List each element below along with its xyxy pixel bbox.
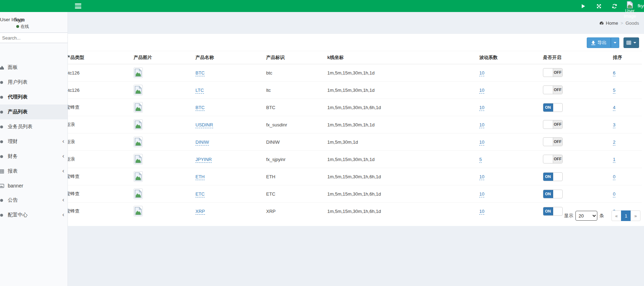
enable-toggle[interactable]: ON bbox=[543, 207, 563, 216]
sidebar-item-finance[interactable]: 理财‹ bbox=[0, 134, 68, 149]
enable-toggle[interactable]: OFF bbox=[543, 155, 563, 163]
kline-cell: 1m,5m,15m,30m,1h,6h,1d bbox=[324, 168, 476, 185]
product-name-link[interactable]: BTC bbox=[195, 70, 205, 76]
enable-toggle[interactable]: ON bbox=[543, 190, 563, 198]
enable-toggle[interactable]: OFF bbox=[543, 85, 563, 94]
sidebar-item-banner[interactable]: banner bbox=[0, 179, 68, 193]
table-row: btc126BTCbtc1m,5m,15m,30m,1h,1d10OFF6 bbox=[63, 64, 642, 82]
sort-link[interactable]: 5 bbox=[613, 88, 615, 94]
agents-icon bbox=[0, 95, 6, 100]
kline-cell: 1m,5m,15m,30m,1h,1d bbox=[324, 64, 476, 82]
product-code-cell: XRP bbox=[263, 203, 324, 220]
coefficient-link[interactable]: 10 bbox=[479, 105, 484, 111]
sidebar-item-accounting[interactable]: 财务‹ bbox=[0, 149, 68, 164]
table-row: 新浪JPYINRfx_sjpyinr1m,5m,15m,30m,1h,1d5OF… bbox=[63, 151, 642, 168]
sidebar-item-agents[interactable]: 代理列表 bbox=[0, 90, 68, 105]
user-avatar[interactable]: User Image bbox=[622, 0, 638, 19]
enable-toggle[interactable]: OFF bbox=[543, 68, 563, 77]
enable-toggle[interactable]: ON bbox=[543, 172, 563, 181]
product-name-link[interactable]: XRP bbox=[195, 209, 205, 215]
sidebar-item-label: 业务员列表 bbox=[8, 124, 33, 130]
breadcrumb-home-link[interactable]: Home bbox=[599, 20, 618, 26]
kline-cell: 1m,5m,15m,30m,1h,6h,1d bbox=[324, 185, 476, 203]
sidebar-username: fkym bbox=[14, 17, 25, 23]
coefficient-link[interactable]: 10 bbox=[479, 209, 484, 215]
enabled-cell: ON bbox=[540, 99, 610, 116]
sort-link[interactable]: 0 bbox=[613, 174, 615, 180]
chevron-left-icon: ‹ bbox=[62, 211, 64, 218]
product-name-link[interactable]: LTC bbox=[195, 88, 204, 94]
product-type-cell: 蜜蜂查 bbox=[63, 168, 131, 185]
refresh-icon bbox=[612, 4, 617, 9]
product-name-link[interactable]: JPYINR bbox=[195, 157, 212, 163]
coefficient-link[interactable]: 5 bbox=[479, 157, 482, 163]
sidebar-item-settings[interactable]: 配置中心‹ bbox=[0, 208, 68, 222]
broken-image-icon bbox=[135, 138, 142, 146]
sort-link[interactable]: 1 bbox=[613, 157, 615, 163]
sort-link[interactable]: 6 bbox=[613, 70, 615, 76]
table-row: 蜜蜂查ETHETH1m,5m,15m,30m,1h,6h,1d10ON0 bbox=[63, 168, 642, 185]
sidebar-item-users[interactable]: 用户列表 bbox=[0, 75, 68, 90]
enable-toggle[interactable]: ON bbox=[543, 103, 563, 112]
kline-cell: 1m,5m,15m,30m,1h,6h,1d bbox=[324, 203, 476, 220]
broken-image-icon bbox=[135, 155, 142, 163]
kline-cell: 1m,5m,15m,30m,1h,6h,1d bbox=[324, 99, 476, 116]
export-button[interactable]: 导出 bbox=[587, 37, 611, 48]
enable-toggle[interactable]: OFF bbox=[543, 120, 563, 129]
product-name-link[interactable]: DINIW bbox=[195, 139, 209, 145]
toggle-right-half: OFF bbox=[553, 155, 563, 163]
sort-link[interactable]: 4 bbox=[613, 105, 615, 111]
fullscreen-expand-icon bbox=[596, 4, 602, 9]
product-name-cell: USDINR bbox=[193, 116, 263, 133]
product-name-link[interactable]: USDINR bbox=[195, 122, 213, 128]
coefficient-link[interactable]: 10 bbox=[479, 191, 484, 197]
sidebar-item-label: banner bbox=[8, 183, 23, 189]
sort-link[interactable]: 0 bbox=[613, 191, 615, 197]
navbar-username[interactable]: fkym bbox=[638, 0, 644, 8]
coefficient-link[interactable]: 10 bbox=[479, 122, 484, 128]
sidebar-item-products[interactable]: 产品列表 bbox=[0, 105, 68, 119]
product-type-cell: btc126 bbox=[63, 64, 131, 82]
product-name-link[interactable]: ETH bbox=[195, 174, 205, 180]
fullscreen-button[interactable] bbox=[591, 0, 607, 12]
coefficient-cell: 10 bbox=[476, 203, 540, 220]
sort-link[interactable]: 2 bbox=[613, 139, 615, 145]
accounting-icon bbox=[0, 154, 6, 159]
pager-next-button[interactable]: » bbox=[631, 210, 640, 221]
export-dropdown-button[interactable] bbox=[611, 37, 619, 48]
product-name-link[interactable]: BTC bbox=[195, 105, 205, 111]
page-size-select[interactable]: 20 bbox=[575, 211, 597, 221]
product-name-link[interactable]: ETC bbox=[195, 191, 205, 197]
search-input[interactable] bbox=[0, 35, 67, 41]
sort-link[interactable]: 3 bbox=[613, 122, 615, 128]
coefficient-link[interactable]: 10 bbox=[479, 88, 484, 94]
columns-toggle-button[interactable] bbox=[623, 37, 639, 48]
pager-page-1-button[interactable]: 1 bbox=[621, 210, 631, 221]
toggle-left-half bbox=[543, 155, 553, 163]
breadcrumb: Home > Goods bbox=[599, 20, 639, 26]
sidebar-item-salesman[interactable]: 业务员列表 bbox=[0, 119, 68, 134]
sort-cell: 0 bbox=[610, 185, 642, 203]
product-code-cell: ETC bbox=[263, 185, 324, 203]
sidebar-item-label: 配置中心 bbox=[8, 212, 28, 218]
coefficient-link[interactable]: 10 bbox=[479, 139, 484, 145]
sidebar-item-dashboard[interactable]: 面板 bbox=[0, 60, 68, 75]
pager-prev-button[interactable]: « bbox=[611, 210, 621, 221]
search-button[interactable] bbox=[67, 33, 68, 43]
sidebar-item-reports[interactable]: 报表‹ bbox=[0, 164, 68, 179]
coefficient-link[interactable]: 10 bbox=[479, 70, 484, 76]
coefficient-cell: 10 bbox=[476, 64, 540, 82]
play-button[interactable] bbox=[575, 0, 591, 12]
broken-image-icon bbox=[627, 1, 633, 8]
sidebar-toggle-hamburger-icon[interactable] bbox=[75, 4, 81, 8]
coefficient-cell: 10 bbox=[476, 168, 540, 185]
sidebar-item-label: 代理列表 bbox=[8, 94, 28, 100]
dashboard-gauge-icon bbox=[599, 21, 604, 25]
product-image-cell bbox=[131, 99, 193, 116]
col-product-name: 产品名称 bbox=[193, 51, 263, 64]
enable-toggle[interactable]: OFF bbox=[543, 137, 563, 146]
export-button-label: 导出 bbox=[597, 40, 607, 46]
sidebar-item-announcement[interactable]: 公告‹ bbox=[0, 193, 68, 208]
refresh-button[interactable] bbox=[607, 0, 622, 12]
coefficient-link[interactable]: 10 bbox=[479, 174, 484, 180]
